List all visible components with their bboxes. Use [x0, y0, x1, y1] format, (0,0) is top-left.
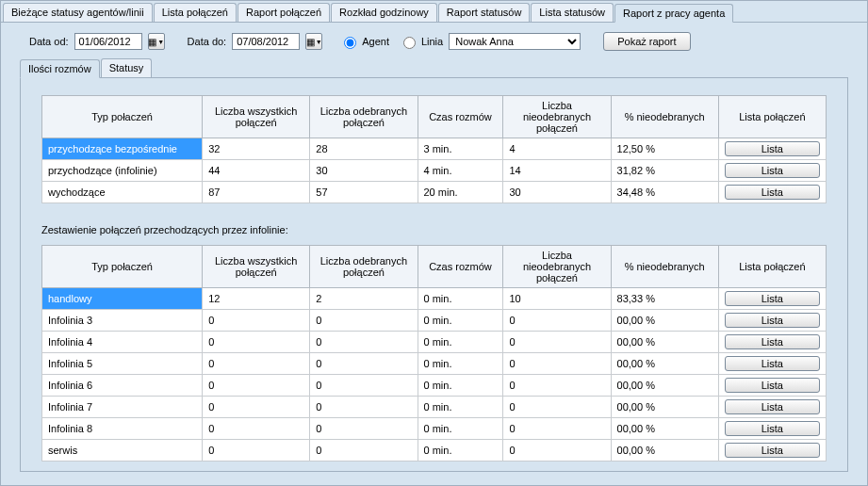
show-report-button[interactable]: Pokaż raport	[603, 32, 690, 51]
main-tab-bar: Bieżące statusy agentów/linii Lista połą…	[1, 1, 867, 23]
table-row[interactable]: serwis 0 0 0 min. 0 00,00 % Lista	[42, 440, 827, 462]
radio-line[interactable]	[403, 37, 416, 49]
cell-answered: 57	[310, 182, 418, 203]
tab-status-report[interactable]: Raport statusów	[438, 3, 530, 22]
cell-type: Infolinia 6	[42, 375, 203, 397]
tab-hourly[interactable]: Rozkład godzinowy	[331, 3, 437, 22]
table-row[interactable]: handlowy 12 2 0 min. 10 83,33 % Lista	[42, 288, 827, 310]
cell-all: 0	[203, 353, 310, 375]
cell-answered: 0	[310, 440, 418, 462]
table-row[interactable]: przychodzące (infolinie) 44 30 4 min. 14…	[42, 160, 827, 182]
calls-summary-table: Typ połaczeń Liczba wszystkich połączeń …	[41, 95, 827, 203]
table-row[interactable]: Infolinia 5 0 0 0 min. 0 00,00 % Lista	[42, 353, 827, 375]
cell-pct: 00,00 %	[611, 332, 718, 353]
tab-current-statuses[interactable]: Bieżące statusy agentów/linii	[3, 3, 153, 22]
cell-pct: 00,00 %	[611, 353, 718, 375]
cell-answered: 0	[310, 418, 418, 440]
cell-all: 0	[203, 332, 310, 353]
sub-tab-bar: Ilości rozmów Statusy	[1, 58, 867, 77]
calendar-icon: ▦	[306, 37, 315, 47]
table-header-row: Typ połaczeń Liczba wszystkich połączeń …	[42, 246, 827, 288]
list-button[interactable]: Lista	[725, 313, 820, 328]
col-header-all: Liczba wszystkich połączeń	[203, 96, 310, 138]
tab-call-report[interactable]: Raport połączeń	[237, 3, 330, 22]
cell-all: 0	[203, 440, 310, 462]
filter-bar: Data od: ▦▼ Data do: ▦▼ Agent Linia Nowa…	[1, 23, 867, 58]
cell-missed: 0	[503, 375, 611, 397]
cell-missed: 10	[503, 288, 611, 310]
tab-call-list[interactable]: Lista połączeń	[154, 3, 237, 22]
cell-type: Infolinia 7	[42, 397, 203, 418]
cell-answered: 28	[310, 138, 418, 160]
cell-type: przychodzące bezpośrednie	[42, 138, 203, 160]
cell-type: handlowy	[42, 288, 203, 310]
date-to-input[interactable]	[232, 33, 300, 50]
table-row[interactable]: Infolinia 3 0 0 0 min. 0 00,00 % Lista	[42, 310, 827, 332]
table-row[interactable]: przychodzące bezpośrednie 32 28 3 min. 4…	[42, 138, 827, 160]
col-header-pct: % nieodebranych	[611, 246, 718, 288]
tab-status-list[interactable]: Lista statusów	[531, 3, 614, 22]
col-header-list: Lista połączeń	[718, 96, 826, 138]
date-from-picker-button[interactable]: ▦▼	[148, 33, 165, 50]
cell-answered: 0	[310, 310, 418, 332]
cell-answered: 30	[310, 160, 418, 182]
list-button[interactable]: Lista	[725, 185, 820, 200]
cell-time: 3 min.	[418, 138, 503, 160]
sub-tab-call-counts[interactable]: Ilości rozmów	[20, 59, 100, 78]
list-button[interactable]: Lista	[725, 421, 820, 436]
cell-all: 0	[203, 310, 310, 332]
col-header-type: Typ połaczeń	[42, 96, 203, 138]
cell-type: Infolinia 8	[42, 418, 203, 440]
cell-time: 0 min.	[418, 288, 503, 310]
hotlines-table: Typ połaczeń Liczba wszystkich połączeń …	[41, 245, 827, 462]
cell-pct: 34,48 %	[611, 182, 718, 203]
cell-missed: 0	[503, 353, 611, 375]
radio-line-label: Linia	[421, 36, 443, 47]
list-button[interactable]: Lista	[725, 443, 820, 458]
cell-pct: 83,33 %	[611, 288, 718, 310]
cell-missed: 0	[503, 332, 611, 353]
table-row[interactable]: wychodzące 87 57 20 min. 30 34,48 % List…	[42, 182, 827, 203]
col-header-type: Typ połaczeń	[42, 246, 203, 288]
content-panel: Typ połaczeń Liczba wszystkich połączeń …	[20, 77, 848, 472]
cell-type: Infolinia 4	[42, 332, 203, 353]
cell-all: 87	[203, 182, 310, 203]
cell-answered: 0	[310, 332, 418, 353]
cell-time: 20 min.	[418, 182, 503, 203]
col-header-list: Lista połączeń	[718, 246, 826, 288]
col-header-time: Czas rozmów	[418, 246, 503, 288]
cell-pct: 00,00 %	[611, 310, 718, 332]
cell-pct: 00,00 %	[611, 418, 718, 440]
list-button[interactable]: Lista	[725, 291, 820, 306]
table-row[interactable]: Infolinia 8 0 0 0 min. 0 00,00 % Lista	[42, 418, 827, 440]
table-row[interactable]: Infolinia 4 0 0 0 min. 0 00,00 % Lista	[42, 332, 827, 353]
date-from-input[interactable]	[74, 33, 142, 50]
list-button[interactable]: Lista	[725, 141, 820, 156]
table-row[interactable]: Infolinia 7 0 0 0 min. 0 00,00 % Lista	[42, 397, 827, 418]
radio-agent-label: Agent	[362, 36, 389, 47]
table-row[interactable]: Infolinia 6 0 0 0 min. 0 00,00 % Lista	[42, 375, 827, 397]
list-button[interactable]: Lista	[725, 163, 820, 178]
agent-select[interactable]: Nowak Anna	[449, 33, 581, 50]
cell-pct: 00,00 %	[611, 440, 718, 462]
cell-all: 12	[203, 288, 310, 310]
col-header-answered: Liczba odebranych połączeń	[310, 246, 418, 288]
cell-answered: 0	[310, 375, 418, 397]
calendar-icon: ▦	[148, 37, 156, 47]
cell-all: 0	[203, 418, 310, 440]
list-button[interactable]: Lista	[725, 378, 820, 393]
cell-pct: 12,50 %	[611, 138, 718, 160]
col-header-missed: Liczba nieodebranych połączeń	[503, 96, 611, 138]
list-button[interactable]: Lista	[725, 356, 820, 371]
radio-agent[interactable]	[344, 37, 356, 49]
date-to-picker-button[interactable]: ▦▼	[305, 33, 322, 50]
sub-tab-statuses[interactable]: Statusy	[101, 58, 153, 77]
tab-agent-work-report[interactable]: Raport z pracy agenta	[614, 4, 733, 23]
date-from-label: Data od:	[29, 36, 69, 47]
cell-type: Infolinia 3	[42, 310, 203, 332]
cell-type: Infolinia 5	[42, 353, 203, 375]
cell-time: 0 min.	[418, 310, 503, 332]
list-button[interactable]: Lista	[725, 399, 820, 414]
cell-all: 0	[203, 397, 310, 418]
list-button[interactable]: Lista	[725, 334, 820, 349]
